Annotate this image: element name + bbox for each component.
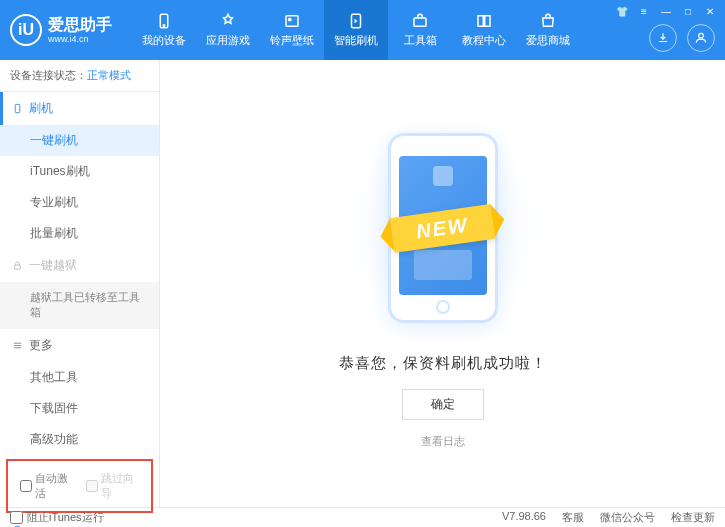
sidebar-item-batch[interactable]: 批量刷机 [0,218,159,249]
menu-icon[interactable]: ≡ [637,4,651,18]
sidebar-item-advanced[interactable]: 高级功能 [0,424,159,455]
nav-toolbox[interactable]: 工具箱 [388,0,452,60]
main-nav: 我的设备 应用游戏 铃声壁纸 智能刷机 工具箱 教程中心 爱思商城 [132,0,580,60]
logo: iU 爱思助手 www.i4.cn [10,14,112,46]
block-itunes-checkbox[interactable]: 阻止iTunes运行 [10,510,104,525]
list-icon [12,340,23,351]
section-jailbreak: 一键越狱 [0,249,159,282]
sidebar-item-itunes[interactable]: iTunes刷机 [0,156,159,187]
nav-tutorials[interactable]: 教程中心 [452,0,516,60]
svg-rect-7 [15,104,20,112]
download-button[interactable] [649,24,677,52]
success-message: 恭喜您，保资料刷机成功啦！ [339,354,547,373]
svg-point-6 [699,33,704,38]
success-illustration: NEW [363,118,523,338]
nav-ringtones[interactable]: 铃声壁纸 [260,0,324,60]
footer-link-update[interactable]: 检查更新 [671,510,715,525]
close-icon[interactable]: ✕ [703,4,717,18]
app-icon [219,12,237,30]
jailbreak-note: 越狱工具已转移至工具箱 [0,282,159,329]
minimize-icon[interactable]: — [659,4,673,18]
user-icon [694,31,708,45]
version-label: V7.98.66 [502,510,546,525]
svg-rect-5 [414,18,426,26]
sidebar-item-download[interactable]: 下载固件 [0,393,159,424]
sidebar: 设备连接状态：正常模式 刷机 一键刷机 iTunes刷机 专业刷机 批量刷机 一… [0,60,160,507]
section-flash[interactable]: 刷机 [0,92,159,125]
main-content: NEW 恭喜您，保资料刷机成功啦！ 确定 查看日志 [160,60,725,507]
sidebar-item-pro[interactable]: 专业刷机 [0,187,159,218]
device-status: 设备连接状态：正常模式 [0,60,159,92]
maximize-icon[interactable]: □ [681,4,695,18]
phone-small-icon [12,103,23,114]
footer-link-support[interactable]: 客服 [562,510,584,525]
lock-icon [12,260,23,271]
svg-rect-2 [286,16,298,27]
nav-shop[interactable]: 爱思商城 [516,0,580,60]
header-actions [649,24,715,52]
book-icon [475,12,493,30]
image-icon [283,12,301,30]
logo-url: www.i4.cn [48,34,112,44]
svg-point-3 [289,18,291,20]
nav-my-device[interactable]: 我的设备 [132,0,196,60]
section-more[interactable]: 更多 [0,329,159,362]
footer-link-wechat[interactable]: 微信公众号 [600,510,655,525]
svg-rect-8 [15,265,21,269]
sidebar-item-other[interactable]: 其他工具 [0,362,159,393]
options-row: 自动激活 跳过向导 [6,459,153,513]
window-controls: 👕 ≡ — □ ✕ [615,4,717,18]
app-header: iU 爱思助手 www.i4.cn 我的设备 应用游戏 铃声壁纸 智能刷机 工具… [0,0,725,60]
nav-flash[interactable]: 智能刷机 [324,0,388,60]
confirm-button[interactable]: 确定 [402,389,484,420]
download-icon [656,31,670,45]
phone-icon [155,12,173,30]
skip-guide-checkbox[interactable]: 跳过向导 [86,471,140,501]
toolbox-icon [411,12,429,30]
auto-activate-checkbox[interactable]: 自动激活 [20,471,74,501]
user-button[interactable] [687,24,715,52]
sidebar-item-oneclick[interactable]: 一键刷机 [0,125,159,156]
svg-point-1 [163,25,165,27]
flash-icon [347,12,365,30]
nav-apps[interactable]: 应用游戏 [196,0,260,60]
tshirt-icon[interactable]: 👕 [615,4,629,18]
shop-icon [539,12,557,30]
logo-title: 爱思助手 [48,16,112,34]
view-log-link[interactable]: 查看日志 [421,434,465,449]
logo-icon: iU [10,14,42,46]
